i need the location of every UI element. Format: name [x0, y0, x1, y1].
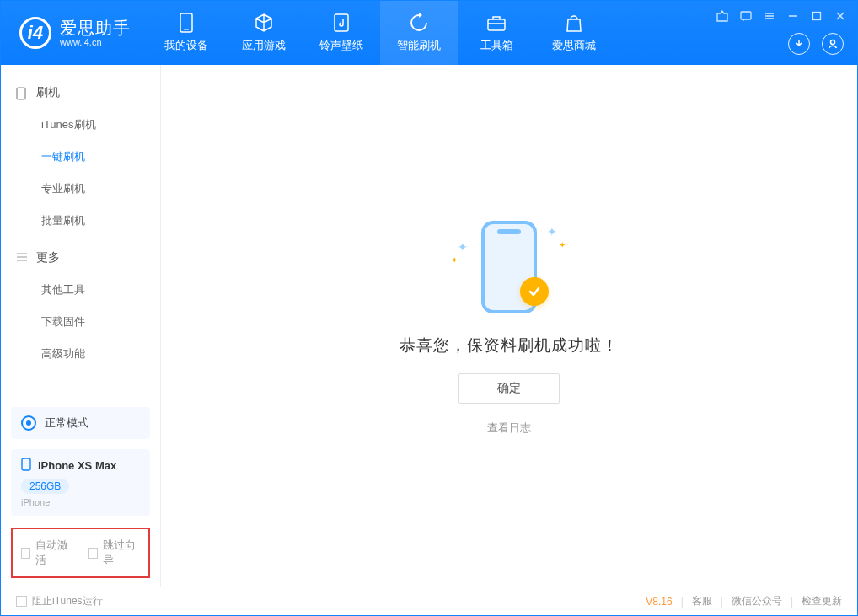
list-icon	[16, 252, 28, 264]
checkbox-icon	[21, 548, 30, 559]
tab-label: 应用游戏	[242, 38, 286, 53]
tab-label: 智能刷机	[397, 38, 441, 53]
nav-tabs: 我的设备 应用游戏 铃声壁纸 智能刷机 工具箱 爱思商城	[147, 1, 613, 65]
sidebar: 刷机 iTunes刷机 一键刷机 专业刷机 批量刷机 更多 其他工具 下载固件 …	[1, 65, 161, 587]
support-link[interactable]: 客服	[692, 594, 712, 608]
user-button[interactable]	[822, 33, 844, 55]
logo-text: 爱思助手 www.i4.cn	[60, 19, 131, 47]
minimize-button[interactable]	[786, 9, 800, 23]
sidebar-head-more: 更多	[1, 242, 160, 274]
statusbar-right: V8.16 | 客服 | 微信公众号 | 检查更新	[646, 594, 842, 608]
sidebar-section-flash: 刷机 iTunes刷机 一键刷机 专业刷机 批量刷机	[1, 77, 160, 242]
window-controls	[716, 9, 847, 23]
sidebar-head-label: 更多	[36, 250, 60, 265]
check-badge-icon	[520, 277, 549, 306]
sparkle-icon: ✦	[451, 255, 458, 265]
app-title: 爱思助手	[60, 19, 131, 37]
tab-toolbox[interactable]: 工具箱	[458, 1, 535, 65]
checkbox-auto-activate[interactable]: 自动激活	[21, 538, 73, 568]
ok-button[interactable]: 确定	[458, 373, 560, 404]
tab-flash[interactable]: 智能刷机	[380, 1, 458, 65]
tab-label: 爱思商城	[552, 38, 596, 53]
music-file-icon	[331, 13, 351, 33]
maximize-button[interactable]	[810, 9, 823, 23]
tab-device[interactable]: 我的设备	[147, 1, 225, 65]
download-button[interactable]	[788, 33, 810, 55]
checkbox-icon	[16, 596, 27, 607]
checkbox-block-itunes[interactable]: 阻止iTunes运行	[16, 594, 103, 608]
checkbox-label: 自动激活	[35, 538, 72, 568]
phone-small-icon	[16, 87, 28, 99]
refresh-shield-icon	[409, 13, 429, 33]
app-window: i4 爱思助手 www.i4.cn 我的设备 应用游戏 铃声壁纸 智能刷机	[0, 0, 858, 616]
separator: |	[791, 596, 793, 608]
success-illustration: ✦ ✦ ✦ ✦	[446, 217, 572, 318]
app-subtitle: www.i4.cn	[60, 37, 131, 47]
svg-rect-3	[488, 19, 505, 30]
tab-apps[interactable]: 应用游戏	[225, 1, 303, 65]
checkbox-icon	[88, 548, 98, 559]
wechat-link[interactable]: 微信公众号	[732, 594, 782, 608]
menu-icon[interactable]	[763, 9, 776, 23]
sidebar-section-more: 更多 其他工具 下载固件 高级功能	[1, 242, 160, 375]
success-message: 恭喜您，保资料刷机成功啦！	[400, 335, 619, 356]
close-button[interactable]	[834, 9, 847, 23]
sparkle-icon: ✦	[559, 240, 566, 249]
checkbox-label: 阻止iTunes运行	[32, 594, 103, 608]
checkbox-label: 跳过向导	[103, 538, 140, 568]
cube-icon	[254, 13, 274, 33]
svg-rect-1	[184, 29, 189, 30]
statusbar: 阻止iTunes运行 V8.16 | 客服 | 微信公众号 | 检查更新	[1, 587, 857, 615]
view-log-link[interactable]: 查看日志	[487, 420, 531, 436]
device-name-row: iPhone XS Max	[21, 458, 140, 474]
sidebar-head-flash: 刷机	[1, 77, 160, 109]
separator: |	[681, 596, 684, 608]
phone-icon	[176, 13, 196, 33]
tab-label: 我的设备	[164, 38, 208, 53]
sidebar-item-itunes-flash[interactable]: iTunes刷机	[1, 109, 160, 141]
svg-rect-18	[22, 458, 30, 470]
body: 刷机 iTunes刷机 一键刷机 专业刷机 批量刷机 更多 其他工具 下载固件 …	[1, 65, 857, 587]
sparkle-icon: ✦	[547, 225, 557, 238]
device-name: iPhone XS Max	[38, 459, 116, 472]
mode-label: 正常模式	[45, 415, 88, 431]
mode-card[interactable]: 正常模式	[11, 407, 150, 439]
content: ✦ ✦ ✦ ✦ 恭喜您，保资料刷机成功啦！ 确定 查看日志	[161, 65, 857, 587]
sidebar-head-label: 刷机	[36, 85, 60, 100]
device-card[interactable]: iPhone XS Max 256GB iPhone	[11, 449, 150, 516]
svg-rect-5	[741, 12, 751, 19]
logo: i4 爱思助手 www.i4.cn	[1, 17, 147, 49]
check-update-link[interactable]: 检查更新	[802, 594, 842, 608]
svg-point-13	[831, 40, 835, 45]
device-icon	[21, 458, 31, 474]
bag-icon	[564, 13, 584, 33]
svg-rect-14	[17, 88, 25, 99]
tab-store[interactable]: 爱思商城	[535, 1, 613, 65]
theme-icon[interactable]	[716, 9, 729, 23]
sidebar-item-download-firmware[interactable]: 下载固件	[1, 306, 160, 338]
tab-ringtone[interactable]: 铃声壁纸	[303, 1, 380, 65]
sidebar-item-advanced[interactable]: 高级功能	[1, 338, 160, 370]
version-label: V8.16	[646, 596, 672, 608]
tab-label: 工具箱	[480, 38, 513, 53]
sparkle-icon: ✦	[458, 240, 468, 254]
separator: |	[721, 596, 723, 608]
device-storage-badge: 256GB	[21, 479, 69, 494]
tab-label: 铃声壁纸	[319, 38, 363, 53]
sidebar-item-other-tools[interactable]: 其他工具	[1, 274, 160, 306]
feedback-icon[interactable]	[739, 9, 753, 23]
mode-dot-icon	[21, 415, 36, 431]
device-type: iPhone	[21, 497, 140, 507]
sidebar-item-oneclick-flash[interactable]: 一键刷机	[1, 141, 160, 173]
sidebar-item-pro-flash[interactable]: 专业刷机	[1, 173, 160, 205]
titlebar: i4 爱思助手 www.i4.cn 我的设备 应用游戏 铃声壁纸 智能刷机	[1, 1, 857, 65]
logo-icon: i4	[19, 17, 51, 49]
sidebar-item-batch-flash[interactable]: 批量刷机	[1, 205, 160, 237]
svg-rect-10	[813, 13, 821, 20]
titlebar-actions	[788, 33, 844, 55]
checkbox-skip-guide[interactable]: 跳过向导	[88, 538, 141, 568]
options-highlight-box: 自动激活 跳过向导	[11, 528, 150, 578]
toolbox-icon	[486, 13, 507, 33]
